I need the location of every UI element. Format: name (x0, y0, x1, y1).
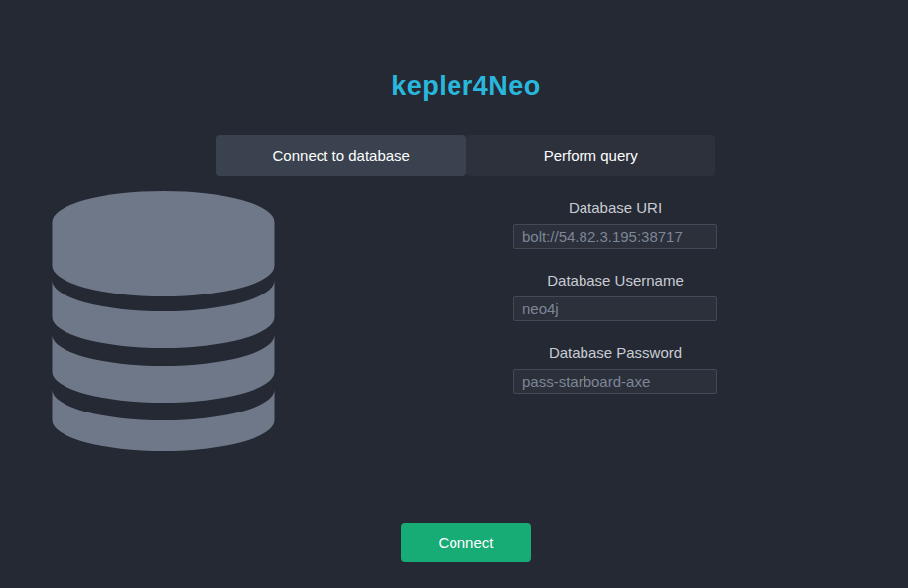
field-database-username: Database Username (513, 272, 717, 321)
database-uri-input[interactable] (513, 224, 717, 249)
tab-connect-to-database[interactable]: Connect to database (216, 135, 466, 176)
database-password-label: Database Password (513, 344, 717, 361)
tab-query-label: Perform query (544, 147, 638, 164)
connection-form: Database URI Database Username Database … (513, 199, 717, 416)
database-uri-label: Database URI (513, 199, 717, 216)
app-window: kepler4Neo Connect to database Perform q… (0, 0, 908, 588)
database-username-label: Database Username (513, 272, 717, 289)
database-username-input[interactable] (513, 296, 717, 321)
tab-bar: Connect to database Perform query (216, 135, 715, 176)
field-database-uri: Database URI (513, 199, 717, 249)
database-icon (52, 191, 275, 451)
field-database-password: Database Password (513, 344, 717, 394)
page-title: kepler4Neo (216, 71, 715, 102)
connect-button[interactable]: Connect (401, 523, 531, 562)
tab-connect-label: Connect to database (273, 147, 410, 164)
tab-perform-query[interactable]: Perform query (466, 135, 716, 176)
database-password-input[interactable] (513, 369, 717, 394)
